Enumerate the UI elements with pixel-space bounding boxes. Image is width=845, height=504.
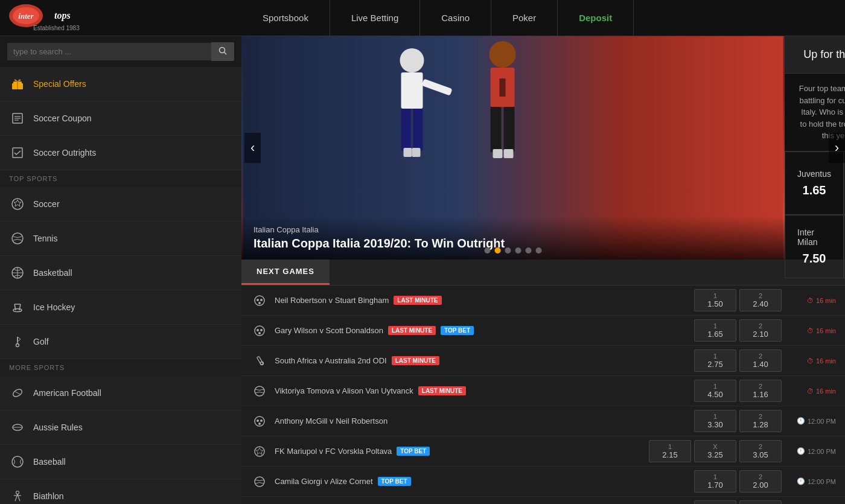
soccer-label: Soccer [33, 199, 60, 209]
tab-sportsbook[interactable]: Sportsbook [241, 0, 330, 36]
time-icon: ⏱ [807, 297, 814, 304]
svg-text:inter: inter [18, 11, 34, 21]
hero-dot-3[interactable] [515, 247, 521, 254]
bet-1-box[interactable]: 1 3.30 [694, 410, 736, 432]
hero-bet-juventus-name: Juventus [797, 169, 831, 179]
game-row: Neil Robertson v Stuart Bingham LAST MIN… [241, 285, 845, 316]
search-button[interactable] [211, 42, 234, 61]
sidebar-item-aussie-rules[interactable]: Aussie Rules [0, 410, 241, 445]
tab-poker[interactable]: Poker [491, 0, 558, 36]
sidebar-item-golf[interactable]: Golf [0, 325, 241, 359]
hero-bet-inter-milan[interactable]: Inter Milan 7.50 [785, 215, 844, 278]
game-row: South Africa v Australia 2nd ODI LAST MI… [241, 346, 845, 376]
bet-1-box[interactable]: 1 1.65 [694, 319, 736, 342]
sidebar-item-soccer-outrights[interactable]: Soccer Outrights [0, 136, 241, 170]
sidebar-item-biathlon[interactable]: Biathlon [0, 479, 241, 504]
bet-1-box[interactable]: 1 4.50 [694, 380, 736, 402]
sidebar-item-baseball[interactable]: Baseball [0, 445, 241, 479]
sidebar-item-special-offers[interactable]: Special Offers [0, 67, 241, 101]
bet-2-box[interactable]: 2 3.05 [739, 440, 782, 462]
hero-dot-0[interactable] [485, 247, 491, 254]
game-row: Judd Trump v Graeme Dott 1 1.36 2 2.90 🕛… [241, 497, 845, 504]
tab-casino[interactable]: Casino [420, 0, 491, 36]
soccer-icon [9, 196, 26, 212]
game-name-text: Anthony McGill v Neil Robertson [275, 416, 387, 426]
bet-1-box[interactable]: 1 1.70 [694, 470, 736, 493]
bet-2-odd: 2.40 [747, 299, 774, 308]
bet-2-box[interactable]: 2 2.40 [739, 289, 782, 311]
basketball-label: Basketball [33, 268, 72, 278]
hero-dot-5[interactable] [536, 247, 542, 254]
bet-1-box[interactable]: 1 2.75 [694, 349, 736, 372]
svg-rect-42 [413, 109, 423, 151]
bet-2-box[interactable]: 2 2.90 [739, 500, 782, 504]
svg-point-18 [13, 309, 22, 312]
svg-point-46 [489, 41, 516, 68]
aussie-rules-label: Aussie Rules [33, 423, 83, 432]
search-bar [0, 36, 241, 67]
basketball-icon [9, 264, 26, 281]
game-name: FK Mariupol v FC Vorskla Poltava TOP BET [275, 447, 649, 456]
hero-dot-1[interactable] [495, 247, 501, 254]
nav-tabs: Sportsbook Live Betting Casino Poker Dep… [241, 0, 845, 36]
bet-2-box[interactable]: 2 2.00 [739, 470, 782, 493]
bet-2-box[interactable]: 2 2.10 [739, 319, 782, 342]
soccer-outrights-label: Soccer Outrights [33, 148, 96, 158]
hero-dot-2[interactable] [505, 247, 511, 254]
sidebar-item-soccer-coupon[interactable]: Soccer Coupon [0, 101, 241, 136]
search-input[interactable] [7, 43, 211, 60]
game-time: 🕛 12:00 PM [788, 477, 836, 485]
american-football-icon [9, 384, 26, 401]
sidebar-item-basketball[interactable]: Basketball [0, 256, 241, 290]
svg-point-70 [255, 477, 264, 486]
time-text: 16 min [816, 357, 836, 365]
logo-icon: inter tops [9, 4, 88, 27]
hero-next-button[interactable]: › [829, 133, 845, 163]
tab-live-betting[interactable]: Live Betting [330, 0, 420, 36]
sidebar-item-tennis[interactable]: Tennis [0, 222, 241, 256]
game-name: Gary Wilson v Scott Donaldson LAST MINUT… [275, 326, 694, 335]
hero-dot-4[interactable] [526, 247, 532, 254]
game-time: ⏱ 16 min [788, 357, 836, 365]
bet-1-box[interactable]: 1 1.50 [694, 289, 736, 311]
svg-rect-43 [404, 148, 412, 157]
sidebar-item-soccer[interactable]: Soccer [0, 187, 241, 222]
ice-hockey-label: Ice Hockey [33, 302, 75, 312]
badge-last-minute: LAST MINUTE [418, 386, 466, 395]
bet-2-box[interactable]: 2 1.40 [739, 349, 782, 372]
bet-1-box[interactable]: 1 1.36 [694, 500, 736, 504]
bet-2-box[interactable]: 2 1.16 [739, 380, 782, 402]
time-text: 12:00 PM [808, 418, 836, 425]
established-text: Established 1983 [33, 25, 80, 31]
game-name: South Africa v Australia 2nd ODI LAST MI… [275, 356, 694, 365]
game-row: Viktoriya Tomova v Alison Van Uytvanck L… [241, 376, 845, 406]
game-row: Camila Giorgi v Alize Cornet TOP BET 1 1… [241, 467, 845, 497]
sport-icon [250, 292, 269, 310]
next-games-tab[interactable]: NEXT GAMES [241, 260, 330, 285]
game-rows-container: Neil Robertson v Stuart Bingham LAST MIN… [241, 285, 845, 504]
badge-top-bet: TOP BET [441, 326, 474, 335]
svg-rect-40 [401, 72, 423, 109]
bet-2-box[interactable]: 2 1.28 [739, 410, 782, 432]
svg-point-63 [255, 386, 264, 396]
sport-icon [250, 352, 269, 370]
svg-line-32 [18, 494, 19, 499]
svg-point-29 [12, 456, 23, 467]
bet-1-box[interactable]: 1 2.15 [649, 440, 691, 462]
sidebar-item-american-football[interactable]: American Football [0, 376, 241, 410]
hero-prev-button[interactable]: ‹ [244, 133, 261, 163]
game-time: ⏱ 16 min [788, 327, 836, 334]
bet-1-label: 1 [657, 443, 683, 450]
sport-icon [250, 382, 269, 400]
svg-point-22 [16, 344, 19, 347]
tab-deposit[interactable]: Deposit [558, 0, 634, 36]
bet-1-odd: 3.30 [702, 420, 729, 429]
game-name: Camila Giorgi v Alize Cornet TOP BET [275, 477, 694, 486]
bet-1-label: 1 [702, 383, 729, 390]
bet-2-odd: 1.28 [747, 420, 774, 429]
bet-x-box[interactable]: X 3.25 [694, 440, 736, 462]
svg-line-34 [19, 498, 20, 501]
bet-1-odd: 1.50 [702, 299, 729, 308]
hero-banner: Italian Coppa Italia Italian Coppa Itali… [241, 36, 845, 260]
sidebar-item-ice-hockey[interactable]: Ice Hockey [0, 290, 241, 325]
